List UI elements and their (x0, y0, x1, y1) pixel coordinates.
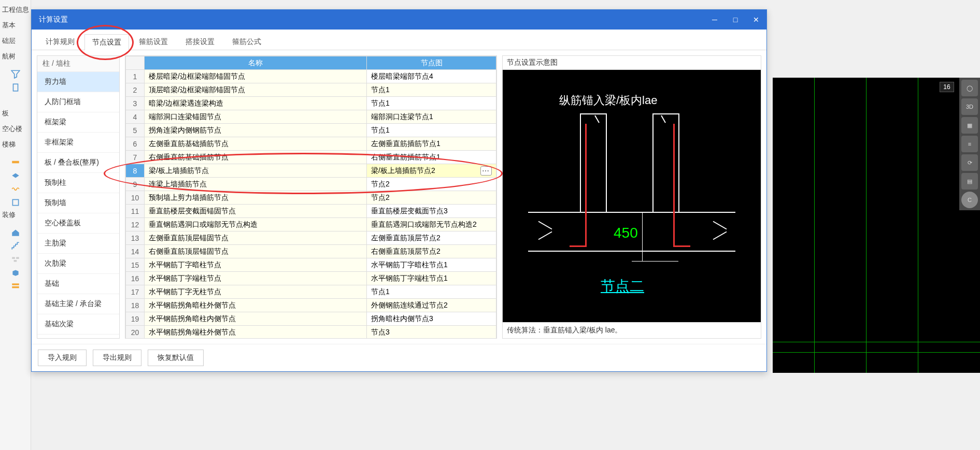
row-node-cell[interactable]: 节点1 (367, 285, 496, 299)
export-rules-button[interactable]: 导出规则 (93, 350, 141, 366)
cad-3d-icon[interactable]: 3D (961, 98, 978, 115)
table-row[interactable]: 2顶层暗梁/边框梁端部锚固节点节点1 (126, 83, 496, 97)
cad-viewport[interactable]: 16 (773, 78, 980, 373)
preview-panel: 节点设置示意图 纵筋锚入梁/板内lae (502, 55, 761, 339)
category-item[interactable]: 预制柱 (37, 173, 119, 193)
row-node-cell[interactable]: 水平钢筋丁字暗柱节点1 (367, 258, 496, 272)
category-item[interactable]: 框架梁 (37, 112, 119, 133)
table-row[interactable]: 6左侧垂直筋基础插筋节点左侧垂直筋插筋节点1 (126, 137, 496, 151)
brick-icon[interactable] (11, 255, 20, 264)
import-rules-button[interactable]: 导入规则 (38, 350, 87, 366)
diagram-value: 450 (614, 225, 638, 241)
table-row[interactable]: 18水平钢筋拐角暗柱外侧节点外侧钢筋连续通过节点2 (126, 299, 496, 312)
row-node-cell[interactable]: 梁/板上墙插筋节点2⋯ (367, 164, 496, 178)
row-node-cell[interactable]: 左侧垂直筋顶层节点2 (367, 231, 496, 245)
minimize-button[interactable]: ─ (704, 10, 725, 30)
category-item[interactable]: 砌体结构 (37, 335, 119, 339)
dialog-footer: 导入规则 导出规则 恢复默认值 (32, 344, 766, 371)
table-row[interactable]: 11垂直筋楼层变截面锚固节点垂直筋楼层变截面节点3 (126, 205, 496, 218)
row-node-cell[interactable]: 节点1 (367, 97, 496, 110)
table-row[interactable]: 15水平钢筋丁字暗柱节点水平钢筋丁字暗柱节点1 (126, 258, 496, 272)
cad-c-icon[interactable]: C (961, 192, 978, 208)
category-item[interactable]: 次肋梁 (37, 254, 119, 274)
maximize-button[interactable]: □ (725, 10, 746, 30)
category-item[interactable]: 剪力墙 (37, 72, 119, 92)
sidebar-item[interactable]: 楼梯 (0, 137, 31, 152)
wave-icon[interactable] (11, 184, 20, 194)
home-icon[interactable] (11, 228, 20, 237)
table-row[interactable]: 12垂直钢筋遇洞口或端部无节点构造垂直筋遇洞口或端部无节点构造2 (126, 218, 496, 231)
category-item[interactable]: 预制墙 (37, 193, 119, 213)
cad-cube-icon[interactable]: ▦ (961, 117, 978, 134)
row-node-cell[interactable]: 外侧钢筋连续通过节点2 (367, 299, 496, 312)
table-row[interactable]: 4端部洞口连梁锚固节点端部洞口连梁节点1 (126, 110, 496, 124)
stair-icon[interactable] (11, 241, 20, 251)
category-item[interactable]: 基础主梁 / 承台梁 (37, 294, 119, 314)
row-node-cell[interactable]: 节点3 (367, 326, 496, 339)
table-row[interactable]: 13左侧垂直筋顶层锚固节点左侧垂直筋顶层节点2 (126, 231, 496, 245)
cad-sheet-icon[interactable]: ▤ (961, 173, 978, 190)
sidebar-item[interactable]: 装修 (0, 207, 31, 223)
layer-icon[interactable] (11, 282, 20, 291)
sidebar-item[interactable]: 基本 (0, 18, 31, 33)
row-node-cell[interactable]: 水平钢筋丁字端柱节点1 (367, 272, 496, 285)
table-row[interactable]: 5拐角连梁内侧钢筋节点节点1 (126, 124, 496, 137)
row-name-cell: 端部洞口连梁锚固节点 (145, 110, 367, 124)
tab-node-settings[interactable]: 节点设置 (84, 34, 129, 50)
cad-globe-icon[interactable]: ◯ (961, 80, 978, 96)
row-node-cell[interactable]: 节点1 (367, 124, 496, 137)
table-row[interactable]: 16水平钢筋丁字端柱节点水平钢筋丁字端柱节点1 (126, 272, 496, 285)
cad-rotate-icon[interactable]: ⟳ (961, 154, 978, 171)
reset-defaults-button[interactable]: 恢复默认值 (148, 350, 204, 366)
table-row[interactable]: 9连梁上墙插筋节点节点2 (126, 178, 496, 191)
row-node-cell[interactable]: 端部洞口连梁节点1 (367, 110, 496, 124)
table-row[interactable]: 1楼层暗梁/边框梁端部锚固节点楼层暗梁端部节点4 (126, 70, 496, 83)
row-node-cell[interactable]: 垂直筋遇洞口或端部无节点构造2 (367, 218, 496, 231)
row-node-cell[interactable]: 节点2 (367, 178, 496, 191)
tab-stirrup-formula[interactable]: 箍筋公式 (224, 34, 269, 50)
box-icon[interactable] (11, 268, 20, 278)
ellipsis-button[interactable]: ⋯ (480, 166, 492, 176)
table-row[interactable]: 20水平钢筋拐角端柱外侧节点节点3 (126, 326, 496, 339)
sidebar-item[interactable]: 础层 (0, 33, 31, 49)
filter-icon[interactable] (11, 69, 20, 79)
row-node-cell[interactable]: 节点2 (367, 191, 496, 205)
row-node-cell[interactable]: 节点1 (367, 83, 496, 97)
category-item[interactable]: 板 / 叠合板(整厚) (37, 153, 119, 173)
row-name-cell: 水平钢筋丁字无柱节点 (145, 285, 367, 299)
row-node-cell[interactable]: 垂直筋楼层变截面节点3 (367, 205, 496, 218)
sidebar-item[interactable]: 空心楼 (0, 121, 31, 137)
category-item[interactable]: 基础 (37, 274, 119, 294)
row-node-cell[interactable]: 楼层暗梁端部节点4 (367, 70, 496, 83)
rect-icon[interactable] (11, 198, 20, 207)
table-row[interactable]: 17水平钢筋丁字无柱节点节点1 (126, 285, 496, 299)
sidebar-item[interactable]: 航树 (0, 49, 31, 64)
category-item[interactable]: 空心楼盖板 (37, 213, 119, 234)
sidebar-item[interactable]: 板 (0, 106, 31, 121)
table-row[interactable]: 3暗梁/边框梁遇连梁构造节点1 (126, 97, 496, 110)
category-item[interactable]: 主肋梁 (37, 234, 119, 254)
row-node-cell[interactable]: 拐角暗柱内侧节点3 (367, 312, 496, 326)
tab-calc-rules[interactable]: 计算规则 (38, 34, 82, 50)
category-item[interactable]: 人防门框墙 (37, 92, 119, 112)
table-row[interactable]: 10预制墙上剪力墙插筋节点节点2 (126, 191, 496, 205)
category-item[interactable]: 基础次梁 (37, 314, 119, 335)
row-node-cell[interactable]: 左侧垂直筋插筋节点1 (367, 137, 496, 151)
slab-icon[interactable] (11, 157, 20, 167)
table-row[interactable]: 7右侧垂直筋基础插筋节点右侧垂直筋插筋节点1 (126, 151, 496, 164)
tab-stirrup-settings[interactable]: 箍筋设置 (131, 34, 176, 50)
sidebar-item[interactable]: 工程信息 (0, 2, 31, 18)
tab-lap-settings[interactable]: 搭接设置 (178, 34, 222, 50)
column-icon[interactable] (11, 83, 20, 92)
row-node-cell[interactable]: 右侧垂直筋插筋节点1 (367, 151, 496, 164)
row-node-cell[interactable]: 右侧垂直筋顶层节点2 (367, 245, 496, 258)
beam-icon[interactable] (11, 171, 20, 180)
row-number: 9 (126, 178, 145, 191)
table-row[interactable]: 8梁/板上墙插筋节点梁/板上墙插筋节点2⋯ (126, 164, 496, 178)
cad-layers-icon[interactable]: ≡ (961, 136, 978, 152)
table-row[interactable]: 19水平钢筋拐角暗柱内侧节点拐角暗柱内侧节点3 (126, 312, 496, 326)
category-item[interactable]: 非框架梁 (37, 133, 119, 153)
close-button[interactable]: ✕ (746, 10, 766, 30)
table-row[interactable]: 14右侧垂直筋顶层锚固节点右侧垂直筋顶层节点2 (126, 245, 496, 258)
row-name-cell: 顶层暗梁/边框梁端部锚固节点 (145, 83, 367, 97)
